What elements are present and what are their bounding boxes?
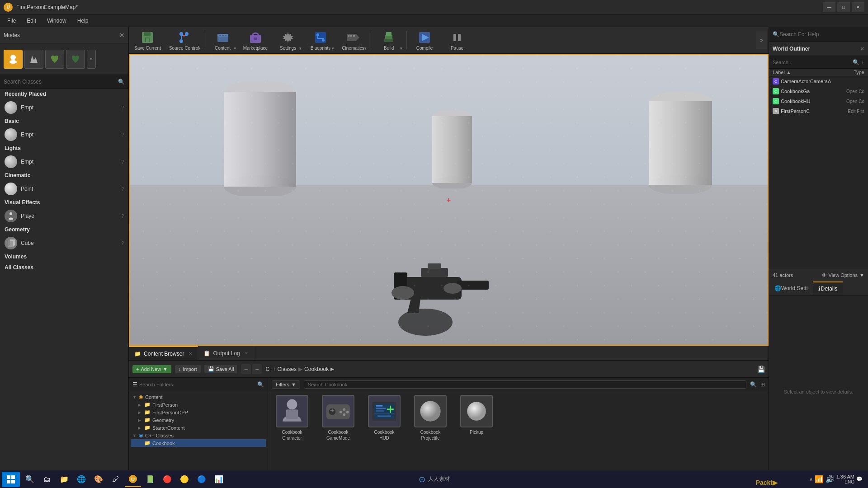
viewport[interactable]: + — [129, 54, 769, 346]
output-log-close[interactable]: ✕ — [245, 351, 248, 356]
class-item-cube[interactable]: Cube ? — [0, 235, 128, 251]
folder-cookbook[interactable]: 📁 Cookbook — [131, 439, 266, 447]
taskbar-extra4[interactable]: 🔵 — [193, 472, 210, 487]
content-view-icon[interactable]: ⊞ — [760, 381, 765, 388]
filters-button[interactable]: Filters ▼ — [272, 380, 300, 389]
content-item-gamemode[interactable]: CookbookGameMode — [318, 395, 359, 441]
menu-help[interactable]: Help — [72, 16, 94, 26]
taskbar-extra5[interactable]: 📊 — [211, 472, 227, 487]
actor-cookbook-hu[interactable]: C CookbookHU Open Co — [769, 96, 868, 106]
content-item-character[interactable]: CookbookCharacter — [272, 395, 312, 441]
toolbar-expand-button[interactable]: » — [756, 31, 767, 49]
tab-world-settings[interactable]: 🌐 World Setti — [769, 282, 813, 296]
class-help-empt1[interactable]: ? — [121, 105, 124, 110]
outliner-search-input[interactable] — [773, 60, 851, 65]
add-new-button[interactable]: + Add New ▼ — [132, 365, 171, 373]
taskbar-ue4[interactable]: U — [125, 472, 141, 487]
section-volumes[interactable]: Volumes — [0, 251, 128, 262]
mode-landscape-icon[interactable] — [66, 50, 85, 69]
folder-geometry[interactable]: ▶ 📁 Geometry — [131, 416, 266, 424]
nav-back-button[interactable]: ← — [241, 364, 251, 374]
taskbar-extra1[interactable]: 📗 — [142, 472, 158, 487]
class-item-empt2[interactable]: Empt ? — [0, 127, 128, 143]
folder-firstpersoncpp[interactable]: ▶ 📁 FirstPersonCPP — [131, 408, 266, 416]
mode-expand-icon[interactable]: » — [87, 50, 96, 69]
taskbar-extra2[interactable]: 🔴 — [159, 472, 175, 487]
folder-firstperson[interactable]: ▶ 📁 FirstPerson — [131, 401, 266, 408]
section-basic[interactable]: Basic — [0, 116, 128, 127]
section-lights[interactable]: Lights — [0, 143, 128, 154]
nav-forward-button[interactable]: → — [252, 364, 262, 374]
section-visual-effects[interactable]: Visual Effects — [0, 197, 128, 208]
content-browser-close[interactable]: ✕ — [189, 351, 192, 356]
outliner-add-icon[interactable]: + — [861, 59, 864, 66]
taskbar-extra3[interactable]: 🟡 — [176, 472, 193, 487]
help-search-input[interactable] — [779, 31, 864, 38]
build-button[interactable]: Build ▼ — [373, 28, 405, 52]
search-classes-input[interactable] — [4, 79, 118, 85]
path-cookbook[interactable]: Cookbook — [304, 366, 329, 372]
actor-cookbook-ga[interactable]: C CookbookGa Open Co — [769, 86, 868, 96]
taskbar-photoshop[interactable]: 🎨 — [90, 472, 107, 487]
content-item-projectile[interactable]: CookbookProjectile — [410, 395, 451, 441]
folder-startercontent[interactable]: ▶ 📁 StarterContent — [131, 424, 266, 432]
folder-content[interactable]: ▼ ◉ Content — [131, 393, 266, 401]
taskbar-chrome[interactable]: 🌐 — [73, 472, 90, 487]
compile-button[interactable]: Compile — [409, 28, 440, 52]
systray-expand[interactable]: ∧ — [809, 476, 813, 482]
cinematics-button[interactable]: Cinematics ▼ — [337, 28, 369, 52]
content-search-input[interactable] — [304, 380, 746, 389]
taskbar-pen[interactable]: 🖊 — [108, 472, 124, 487]
class-item-empt3[interactable]: Empt ? — [0, 154, 128, 170]
folder-search-input[interactable] — [139, 382, 255, 387]
content-item-pickup[interactable]: Pickup — [456, 395, 497, 441]
class-help-point[interactable]: ? — [121, 187, 124, 192]
modes-close-button[interactable]: ✕ — [119, 32, 125, 39]
mode-foliage-icon[interactable] — [45, 50, 64, 69]
content-button[interactable]: Content ▼ — [207, 28, 239, 52]
pause-button[interactable]: Pause — [441, 28, 473, 52]
outliner-view-options-button[interactable]: 👁 View Options ▼ — [822, 272, 865, 278]
path-save-icon[interactable]: 💾 — [757, 366, 765, 373]
class-item-empt1[interactable]: Empt ? — [0, 99, 128, 116]
mode-place-icon[interactable] — [4, 50, 23, 69]
class-help-empt2[interactable]: ? — [121, 132, 124, 137]
path-cpp-classes[interactable]: C++ Classes — [265, 366, 297, 372]
folder-cpp-classes[interactable]: ▼ ◉ C++ Classes — [131, 432, 266, 439]
source-control-button[interactable]: Source Control ▼ — [165, 28, 203, 52]
save-current-button[interactable]: Save Current — [131, 28, 165, 52]
save-all-button[interactable]: 💾 Save All — [204, 365, 238, 373]
menu-edit[interactable]: Edit — [21, 16, 42, 26]
tab-content-browser[interactable]: 📁 Content Browser ✕ — [129, 346, 198, 360]
content-item-hud[interactable]: CookbookHUD — [364, 395, 405, 441]
content-search-icon[interactable]: 🔍 — [750, 381, 757, 388]
actor-camera[interactable]: C CameraActorCameraA — [769, 76, 868, 86]
blueprints-button[interactable]: Blueprints ▼ — [305, 28, 336, 52]
systray-notification[interactable]: 💬 — [856, 476, 863, 482]
menu-window[interactable]: Window — [42, 16, 72, 26]
minimize-button[interactable]: — — [823, 2, 835, 12]
start-button[interactable] — [2, 472, 20, 487]
section-geometry[interactable]: Geometry — [0, 224, 128, 235]
class-help-cube[interactable]: ? — [121, 241, 124, 246]
path-forward-arrow[interactable]: ▶ — [330, 366, 334, 371]
tab-details[interactable]: ℹ Details — [813, 282, 843, 296]
section-recently-placed[interactable]: Recently Placed — [0, 89, 128, 99]
class-help-player[interactable]: ? — [121, 214, 124, 219]
section-all-classes[interactable]: All Classes — [0, 262, 128, 273]
close-button[interactable]: ✕ — [852, 2, 864, 12]
actor-firstperson[interactable]: F FirstPersonC Edit Firs — [769, 106, 868, 116]
taskbar-search[interactable]: 🔍 — [22, 472, 38, 487]
settings-button[interactable]: Settings ▼ — [272, 28, 304, 52]
mode-paint-icon[interactable] — [24, 50, 43, 69]
marketplace-button[interactable]: Marketplace — [240, 28, 271, 52]
tab-output-log[interactable]: 📋 Output Log ✕ — [198, 346, 254, 360]
import-button[interactable]: ↓ Import — [175, 365, 201, 373]
taskbar-file-explorer[interactable]: 📁 — [56, 472, 72, 487]
outliner-close-button[interactable]: ✕ — [860, 46, 864, 52]
maximize-button[interactable]: □ — [837, 2, 850, 12]
class-help-empt3[interactable]: ? — [121, 160, 124, 164]
class-item-point[interactable]: Point ? — [0, 181, 128, 197]
section-cinematic[interactable]: Cinematic — [0, 170, 128, 181]
class-item-player[interactable]: Playe ? — [0, 208, 128, 224]
